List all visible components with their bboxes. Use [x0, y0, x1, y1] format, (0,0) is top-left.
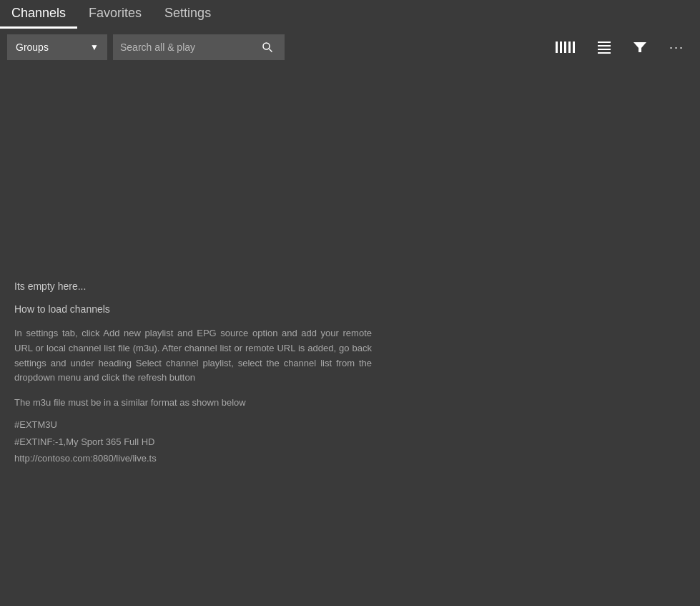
m3u-line-2: #EXTINF:-1,My Sport 365 Full HD	[14, 434, 686, 450]
columns-icon	[556, 41, 575, 53]
columns-view-button[interactable]	[547, 34, 583, 60]
groups-dropdown-label: Groups	[16, 41, 49, 53]
m3u-notice: The m3u file must be in a similar format…	[14, 397, 686, 408]
list-icon	[598, 41, 611, 54]
how-to-title: How to load channels	[14, 303, 686, 315]
m3u-format: #EXTM3U #EXTINF:-1,My Sport 365 Full HD …	[14, 416, 686, 466]
search-input[interactable]	[113, 36, 256, 59]
how-to-description: In settings tab, click Add new playlist …	[14, 326, 372, 386]
search-container	[113, 34, 285, 60]
nav-tabs: Channels Favorites Settings	[0, 0, 700, 29]
empty-message: Its empty here...	[14, 280, 686, 292]
svg-line-1	[270, 49, 272, 52]
tab-settings[interactable]: Settings	[153, 0, 222, 29]
list-view-button[interactable]	[589, 34, 619, 60]
toolbar: Groups ▼	[0, 29, 700, 66]
svg-point-0	[263, 43, 270, 49]
m3u-line-1: #EXTM3U	[14, 416, 686, 433]
tab-favorites[interactable]: Favorites	[77, 0, 153, 29]
more-options-icon: ···	[669, 40, 684, 55]
svg-marker-2	[634, 42, 646, 52]
filter-icon	[634, 41, 646, 54]
tab-channels[interactable]: Channels	[0, 0, 77, 29]
m3u-line-3: http://contoso.com:8080/live/live.ts	[14, 450, 686, 466]
chevron-down-icon: ▼	[90, 42, 99, 52]
main-content: Its empty here... How to load channels I…	[0, 66, 700, 606]
search-icon	[262, 41, 273, 53]
groups-dropdown[interactable]: Groups ▼	[7, 34, 107, 60]
search-icon-button[interactable]	[256, 36, 279, 59]
more-options-button[interactable]: ···	[661, 34, 693, 60]
filter-button[interactable]	[625, 34, 655, 60]
